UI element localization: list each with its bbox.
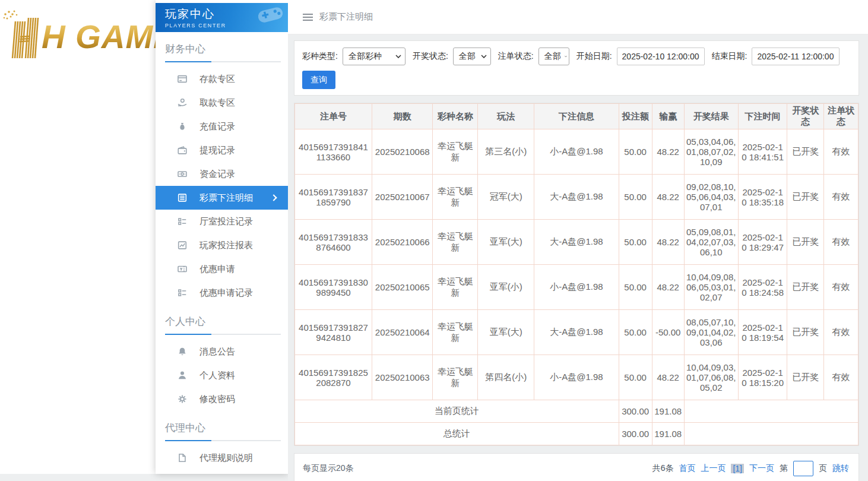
ticket-icon xyxy=(177,264,188,274)
summary-bet-total: 300.00 xyxy=(619,400,652,423)
deposit-card-icon xyxy=(177,74,188,84)
sidebar-item-label: 厅室投注记录 xyxy=(199,216,278,227)
sidebar-item-label: 取款专区 xyxy=(199,97,278,109)
sidebar-item-label: 资金记录 xyxy=(199,169,278,180)
jump-button[interactable]: 跳转 xyxy=(832,463,849,474)
report-chart-icon xyxy=(177,240,188,251)
table-cell: 幸运飞艇新 xyxy=(433,355,478,400)
sidebar-item-0-0[interactable]: 存款专区 xyxy=(156,67,288,91)
table-cell: 05,03,04,06,01,08,07,02,10,09 xyxy=(684,129,738,175)
menu-toggle-icon[interactable] xyxy=(303,14,313,21)
jump-prefix-label: 第 xyxy=(780,463,788,474)
table-cell: 401569173918338764600 xyxy=(295,220,372,265)
table-cell: 50.00 xyxy=(619,175,652,220)
sidebar-item-0-8[interactable]: 优惠申请 xyxy=(156,257,288,281)
page-jump-input[interactable] xyxy=(793,461,813,476)
table-cell: 401569173918411133660 xyxy=(295,129,372,175)
table-cell: 2025-02-10 18:19:54 xyxy=(738,310,787,355)
sidebar-item-1-1[interactable]: 个人资料 xyxy=(156,363,288,387)
bet-status-label: 注单状态: xyxy=(498,51,534,62)
pagination-prev-link[interactable]: 上一页 xyxy=(701,463,726,474)
sidebar-item-2-1[interactable]: 代理团队统计 xyxy=(156,470,288,474)
pagination-current-page[interactable]: [1] xyxy=(731,464,744,473)
table-header-cell: 期数 xyxy=(372,104,433,129)
table-cell: 10,04,09,03,01,07,06,08,05,02 xyxy=(684,355,738,400)
draw-status-select[interactable]: 全部 xyxy=(453,48,491,65)
table-cell: 已开奖 xyxy=(787,175,824,220)
grid-list-icon xyxy=(177,216,188,227)
table-cell: 20250210064 xyxy=(372,310,433,355)
table-cell: 亚军(大) xyxy=(478,220,534,265)
sidebar-item-0-6[interactable]: 厅室投注记录 xyxy=(156,210,288,233)
chevron-down-icon xyxy=(395,55,401,58)
sidebar-item-0-3[interactable]: 提现记录 xyxy=(156,138,288,162)
sidebar-item-1-0[interactable]: 消息公告 xyxy=(156,340,288,363)
end-date-input[interactable] xyxy=(752,48,840,65)
list-icon xyxy=(177,192,188,203)
table-cell: 第四名(小) xyxy=(478,355,534,400)
jump-suffix-label: 页 xyxy=(819,463,827,474)
sidebar-item-0-4[interactable]: 资金记录 xyxy=(156,162,288,186)
table-cell: 50.00 xyxy=(619,129,652,175)
sidebar-item-0-9[interactable]: 优惠申请记录 xyxy=(156,281,288,305)
table-cell: 第三名(小) xyxy=(478,129,534,175)
sidebar-item-0-1[interactable]: 取款专区 xyxy=(156,91,288,115)
table-cell: 有效 xyxy=(824,175,859,220)
table-cell: 20250210067 xyxy=(372,175,433,220)
table-cell: 小-A盘@1.98 xyxy=(534,265,619,310)
start-date-label: 开始日期: xyxy=(576,51,612,62)
main-content: 彩种类型: 全部彩种 开奖状态: 全部 注单状态: 全部 开始日期: 结束日期: xyxy=(288,34,868,481)
logo[interactable]: H GAME xyxy=(2,10,156,62)
wallet-icon xyxy=(177,145,188,156)
sidebar-item-label: 存款专区 xyxy=(199,74,278,85)
table-cell: 48.22 xyxy=(652,355,684,400)
bell-icon xyxy=(177,346,188,357)
table-cell: -50.00 xyxy=(652,310,684,355)
sidebar-item-0-5[interactable]: 彩票下注明细 xyxy=(156,186,288,210)
summary-win-total: 191.08 xyxy=(652,400,684,423)
sidebar-section-title: 代理中心 xyxy=(165,421,278,435)
sidebar-item-label: 提现记录 xyxy=(199,145,278,156)
table-cell: 亚军(小) xyxy=(478,265,534,310)
start-date-input[interactable] xyxy=(617,48,705,65)
table-cell: 已开奖 xyxy=(787,355,824,400)
summary-label: 总统计 xyxy=(295,423,619,445)
table-header-cell: 玩法 xyxy=(478,104,534,129)
query-button[interactable]: 查询 xyxy=(302,71,335,89)
summary-row: 当前页统计300.00191.08 xyxy=(295,400,859,423)
table-row: 40156917391841113366020250210068幸运飞艇新第三名… xyxy=(295,129,859,175)
table-cell: 幸运飞艇新 xyxy=(433,129,478,175)
table-cell: 20250210066 xyxy=(372,220,433,265)
table-cell: 08,05,07,10,09,01,04,02,03,06 xyxy=(684,310,738,355)
table-cell: 大-A盘@1.98 xyxy=(534,310,619,355)
summary-win-total: 191.08 xyxy=(652,423,684,445)
bets-table: 注单号期数彩种名称玩法下注信息投注额输赢开奖结果下注时间开奖状态注单状态 401… xyxy=(294,103,859,445)
table-cell: 幸运飞艇新 xyxy=(433,175,478,220)
pagination-total: 共6条 xyxy=(652,463,674,474)
summary-row: 总统计300.00191.08 xyxy=(295,423,859,445)
table-header-cell: 彩种名称 xyxy=(433,104,478,129)
table-cell: 已开奖 xyxy=(787,220,824,265)
table-cell: 48.22 xyxy=(652,265,684,310)
table-cell: 50.00 xyxy=(619,355,652,400)
topbar: 彩票下注明细 xyxy=(288,0,868,34)
table-cell: 已开奖 xyxy=(787,265,824,310)
sidebar-item-0-2[interactable]: 充值记录 xyxy=(156,115,288,138)
pagination-next-link[interactable]: 下一页 xyxy=(749,463,774,474)
bet-status-select[interactable]: 全部 xyxy=(538,48,569,65)
pagination-first-link[interactable]: 首页 xyxy=(679,463,695,474)
table-cell: 有效 xyxy=(824,129,859,175)
page-root: H GAME 玩家中心 PLAYERS CENTER 财务中心存款专区取款专区充… xyxy=(0,0,868,481)
table-row: 40156917391837185979020250210067幸运飞艇新冠军(… xyxy=(295,175,859,220)
sidebar-item-label: 修改密码 xyxy=(199,394,278,405)
table-cell: 2025-02-10 18:35:18 xyxy=(738,175,787,220)
table-cell: 亚军(大) xyxy=(478,310,534,355)
table-cell: 48.22 xyxy=(652,175,684,220)
sidebar-item-2-0[interactable]: 代理规则说明 xyxy=(156,446,288,470)
sidebar-item-0-7[interactable]: 玩家投注报表 xyxy=(156,233,288,257)
table-cell: 401569173918371859790 xyxy=(295,175,372,220)
sidebar-item-1-2[interactable]: 修改密码 xyxy=(156,387,288,411)
lottery-type-select[interactable]: 全部彩种 xyxy=(343,48,406,65)
sidebar-item-label: 彩票下注明细 xyxy=(199,192,271,204)
table-header-cell: 开奖状态 xyxy=(787,104,824,129)
